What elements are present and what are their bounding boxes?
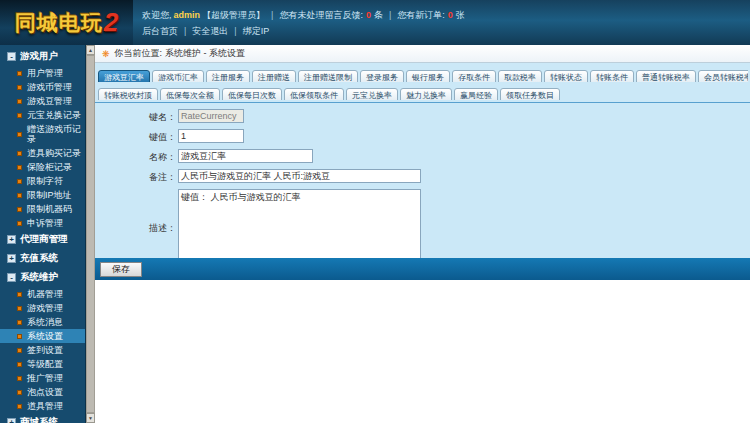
tab-button[interactable]: 元宝兑换率 <box>346 88 398 100</box>
key-value-input[interactable] <box>178 129 244 143</box>
sidebar-item[interactable]: 赠送游戏币记录 <box>0 122 85 146</box>
tab-button[interactable]: 存取条件 <box>452 70 496 82</box>
sidebar-section-toggle[interactable]: +充值系统 <box>0 249 85 268</box>
sidebar-item[interactable]: 道具管理 <box>0 399 85 413</box>
link-bind-ip[interactable]: 绑定IP <box>243 26 270 36</box>
scroll-up-button[interactable]: ▲ <box>86 45 95 55</box>
sidebar-item[interactable]: 用户管理 <box>0 66 85 80</box>
sidebar-item[interactable]: 机器管理 <box>0 287 85 301</box>
save-button[interactable]: 保存 <box>100 262 142 277</box>
bullet-icon <box>17 71 22 76</box>
tab-button[interactable]: 赢局经验 <box>454 88 498 100</box>
sidebar-item-label: 限制IP地址 <box>27 190 72 200</box>
sidebar-item-label: 用户管理 <box>27 68 63 78</box>
remark-input[interactable] <box>178 169 421 183</box>
sidebar-item[interactable]: 限制字符 <box>0 174 85 188</box>
app-logo: 同城电玩 2 <box>0 0 133 45</box>
tab-button[interactable]: 转账状态 <box>544 70 588 82</box>
orders-unit: 张 <box>456 10 465 20</box>
sidebar-item[interactable]: 游戏管理 <box>0 301 85 315</box>
form-row-name: 名称： <box>94 149 750 164</box>
breadcrumb-label: 你当前位置: <box>115 47 163 60</box>
link-backend-home[interactable]: 后台首页 <box>142 26 178 36</box>
sidebar-item-label: 赠送游戏币记录 <box>27 124 85 144</box>
scroll-down-button[interactable]: ▼ <box>86 413 95 423</box>
username: admin <box>174 10 201 20</box>
sidebar-section-toggle[interactable]: +代理商管理 <box>0 230 85 249</box>
link-safe-logout[interactable]: 安全退出 <box>192 26 228 36</box>
tab-button[interactable]: 登录服务 <box>360 70 404 82</box>
sidebar-item-label: 游戏豆管理 <box>27 96 72 106</box>
bullet-icon <box>17 292 22 297</box>
tab-button[interactable]: 领取任务数目 <box>500 88 560 100</box>
tab-button[interactable]: 银行服务 <box>406 70 450 82</box>
expand-icon: + <box>7 418 16 423</box>
tab-button[interactable]: 游戏豆汇率 <box>98 70 150 82</box>
collapse-icon: - <box>7 273 16 282</box>
tab-button[interactable]: 取款税率 <box>498 70 542 82</box>
sidebar-item[interactable]: 游戏币管理 <box>0 80 85 94</box>
tab-button[interactable]: 低保每日次数 <box>222 88 282 100</box>
tab-button[interactable]: 转账条件 <box>590 70 634 82</box>
form-row-description: 描述： 键值： 人民币与游戏豆的汇率 <box>94 189 750 258</box>
empty-area <box>94 280 750 423</box>
tab-button[interactable]: 注册赠送 <box>252 70 296 82</box>
sidebar-menu: -游戏用户用户管理游戏币管理游戏豆管理元宝兑换记录赠送游戏币记录道具购买记录保险… <box>0 45 85 423</box>
sidebar-item[interactable]: 签到设置 <box>0 343 85 357</box>
sidebar-item[interactable]: 等级配置 <box>0 357 85 371</box>
tab-button[interactable]: 魅力兑换率 <box>400 88 452 100</box>
description-label: 描述： <box>94 222 176 235</box>
sidebar-section-toggle[interactable]: -系统维护 <box>0 268 85 287</box>
key-name-label: 键名： <box>94 109 176 124</box>
tab-button[interactable]: 会员转账税率 <box>698 70 748 82</box>
sidebar-item-label: 道具管理 <box>27 401 63 411</box>
sidebar-item[interactable]: 系统设置 <box>0 329 85 343</box>
main-content: ❋ 你当前位置: 系统维护 - 系统设置 游戏豆汇率游戏币汇率注册服务注册赠送注… <box>94 45 750 423</box>
bullet-icon <box>17 113 22 118</box>
feedback-unit: 条 <box>374 10 383 20</box>
name-input[interactable] <box>178 149 313 163</box>
sidebar-item-label: 签到设置 <box>27 345 63 355</box>
sidebar-section-label: 游戏用户 <box>20 50 58 63</box>
header-info: 欢迎您,admin【超级管理员】|您有未处理留言反馈:0条|您有新订单:0张 后… <box>142 7 465 39</box>
sidebar-item[interactable]: 元宝兑换记录 <box>0 108 85 122</box>
scrollbar-thumb[interactable] <box>86 55 95 413</box>
bullet-icon <box>17 85 22 90</box>
bullet-icon <box>17 362 22 367</box>
sidebar-scrollbar[interactable]: ▲ ▼ <box>85 45 94 423</box>
bullet-icon <box>17 99 22 104</box>
tab-button[interactable]: 转账税收封顶 <box>98 88 158 100</box>
tab-button[interactable]: 注册服务 <box>206 70 250 82</box>
user-role: 【超级管理员】 <box>202 10 265 20</box>
sidebar-item[interactable]: 道具购买记录 <box>0 146 85 160</box>
tab-button[interactable]: 注册赠送限制 <box>298 70 358 82</box>
bullet-icon <box>17 151 22 156</box>
remark-label: 备注： <box>94 169 176 184</box>
bullet-icon <box>17 306 22 311</box>
bullet-icon <box>17 132 22 137</box>
sidebar-section-toggle[interactable]: +商城系统 <box>0 413 85 423</box>
tab-button[interactable]: 普通转账税率 <box>636 70 696 82</box>
sidebar-item[interactable]: 保险柜记录 <box>0 160 85 174</box>
name-label: 名称： <box>94 149 176 164</box>
feedback-count: 0 <box>366 10 371 20</box>
tab-button[interactable]: 低保每次金额 <box>160 88 220 100</box>
sidebar-item[interactable]: 泡点设置 <box>0 385 85 399</box>
tab-button[interactable]: 低保领取条件 <box>284 88 344 100</box>
sidebar-item[interactable]: 限制IP地址 <box>0 188 85 202</box>
tab-button[interactable]: 游戏币汇率 <box>152 70 204 82</box>
sidebar-item[interactable]: 游戏豆管理 <box>0 94 85 108</box>
sidebar-item[interactable]: 推广管理 <box>0 371 85 385</box>
bullet-icon <box>17 404 22 409</box>
bullet-icon <box>17 207 22 212</box>
sidebar-item[interactable]: 限制机器码 <box>0 202 85 216</box>
sidebar-item[interactable]: 申诉管理 <box>0 216 85 230</box>
expand-icon: + <box>7 235 16 244</box>
sidebar-section-toggle[interactable]: -游戏用户 <box>0 47 85 66</box>
sidebar-item-label: 泡点设置 <box>27 387 63 397</box>
description-textarea[interactable]: 键值： 人民币与游戏豆的汇率 <box>178 189 421 258</box>
sidebar-item-label: 等级配置 <box>27 359 63 369</box>
bullet-icon <box>17 334 22 339</box>
sidebar-item[interactable]: 系统消息 <box>0 315 85 329</box>
bullet-icon <box>17 165 22 170</box>
